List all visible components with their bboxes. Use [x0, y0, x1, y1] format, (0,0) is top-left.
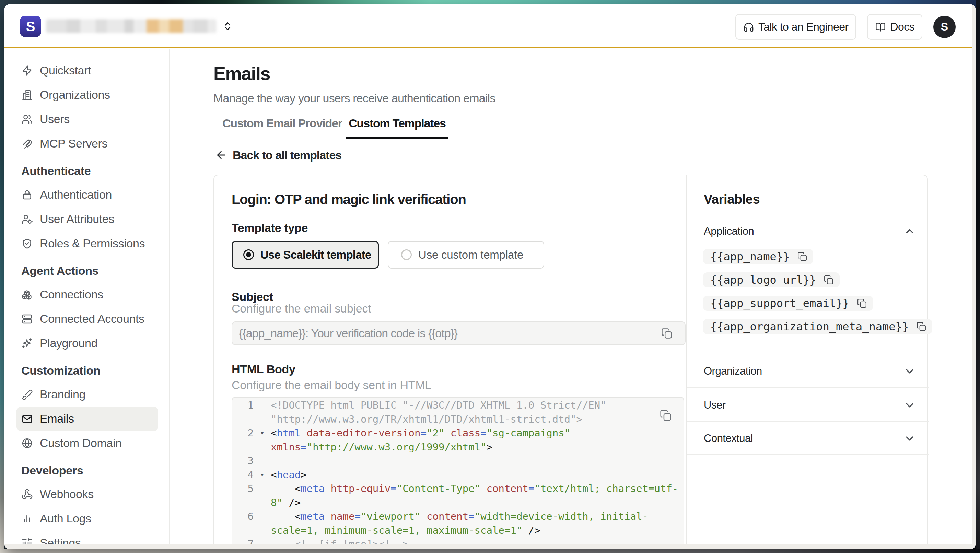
variable-chip-text: {{app_support_email}} — [710, 297, 849, 310]
copy-subject-icon[interactable] — [661, 327, 673, 339]
tab-custom-email-provider[interactable]: Custom Email Provider — [222, 116, 342, 130]
variables-section-application[interactable]: Application — [704, 224, 916, 239]
sidebar-item-branding[interactable]: Branding — [5, 382, 169, 407]
copy-icon[interactable] — [916, 321, 926, 332]
desktop-backdrop-right — [975, 0, 980, 553]
window-scrollbar-gutter[interactable] — [972, 5, 975, 549]
sidebar-section-label: Authenticate — [21, 164, 91, 178]
panel-divider — [687, 387, 929, 388]
user-avatar[interactable]: S — [933, 16, 956, 38]
workspace-name-redacted[interactable] — [46, 19, 216, 33]
copy-icon[interactable] — [797, 251, 807, 262]
fold-toggle-icon[interactable]: ▾ — [254, 468, 271, 482]
sidebar-item-connections[interactable]: Connections — [5, 282, 169, 307]
sidebar-item-authentication[interactable]: Authentication — [5, 183, 169, 207]
code-text: <html data-editor-version="2" class="sg-… — [271, 426, 570, 440]
variable-chip-app_name[interactable]: {{app_name}} — [703, 249, 813, 264]
sidebar-item-emails[interactable]: Emails — [5, 407, 169, 431]
code-line-6[interactable]: 6 <meta name="viewport" content="width=d… — [232, 509, 684, 523]
sidebar-item-webhooks[interactable]: Webhooks — [5, 482, 169, 506]
variables-section-organization[interactable]: Organization — [704, 364, 916, 379]
fold-toggle-icon[interactable]: ▾ — [254, 426, 271, 440]
mail-icon — [21, 413, 33, 425]
sidebar-item-label: MCP Servers — [40, 137, 107, 150]
sparkles-icon — [21, 338, 33, 349]
redaction-block — [183, 19, 193, 33]
redaction-block — [193, 19, 208, 33]
sidebar-item-auth-logs[interactable]: Auth Logs — [5, 506, 169, 531]
page-subtitle: Manage the way your users receive authen… — [213, 92, 495, 105]
talk-to-engineer-label: Talk to an Engineer — [758, 21, 849, 33]
variables-section-contextual[interactable]: Contextual — [704, 431, 916, 446]
copy-icon[interactable] — [857, 298, 867, 308]
code-line-2[interactable]: 2▾<html data-editor-version="2" class="s… — [232, 426, 684, 440]
redaction-block — [67, 19, 80, 33]
html-body-help: Configure the email body sent in HTML — [232, 378, 431, 392]
sidebar-item-label: Users — [40, 113, 70, 126]
sidebar-item-connected-accounts[interactable]: Connected Accounts — [5, 307, 169, 331]
bar-chart-icon — [21, 513, 33, 524]
variables-title: Variables — [704, 192, 760, 207]
code-line-3[interactable]: 3 — [232, 454, 684, 468]
template-heading: Login: OTP and magic link verification — [232, 192, 466, 207]
code-line-2-wrap[interactable]: xmlns="http://www.w3.org/1999/xhtml"> — [232, 440, 684, 454]
workspace-switcher-icon[interactable] — [222, 21, 233, 32]
code-line-5[interactable]: 5 <meta http-equiv="Content-Type" conten… — [232, 481, 684, 496]
code-line-6-wrap[interactable]: scale=1, minimum-scale=1, maximum-scale=… — [232, 523, 684, 537]
arrow-left-icon — [215, 149, 227, 161]
sidebar-item-organizations[interactable]: Organizations — [5, 83, 169, 107]
user-avatar-letter: S — [941, 21, 948, 33]
subject-value: {{app_name}}: Your verification code is … — [239, 327, 457, 340]
code-line-4[interactable]: 4▾<head> — [232, 468, 684, 482]
variable-chip-app_logo_url[interactable]: {{app_logo_url}} — [703, 272, 840, 288]
code-line-1-wrap[interactable]: "http://www.w3.org/TR/xhtml1/DTD/xhtml1-… — [232, 412, 684, 426]
redaction-block — [208, 19, 216, 33]
redaction-block — [124, 19, 134, 33]
fold-gutter — [254, 454, 271, 468]
sidebar-item-mcp-servers[interactable]: MCP Servers — [5, 131, 169, 156]
redaction-block — [146, 19, 159, 33]
variables-section-label: Application — [704, 225, 754, 237]
brush-icon — [21, 389, 33, 400]
sidebar-section-customization: Customization — [5, 359, 169, 382]
sidebar-section-label: Agent Actions — [21, 264, 99, 278]
radio-unselected-icon[interactable] — [401, 249, 412, 260]
tab-custom-templates[interactable]: Custom Templates — [346, 116, 449, 130]
code-text: xmlns="http://www.w3.org/1999/xhtml"> — [271, 440, 492, 454]
code-line-5-wrap[interactable]: 8" /> — [232, 496, 684, 510]
sidebar-item-roles-permissions[interactable]: Roles & Permissions — [5, 231, 169, 256]
back-to-templates-link[interactable]: Back to all templates — [215, 143, 341, 167]
application-variable-chips: {{app_name}}{{app_logo_url}}{{app_suppor… — [703, 249, 932, 334]
option-use-scalekit-template[interactable]: Use Scalekit template — [232, 241, 379, 269]
sidebar-item-users[interactable]: Users — [5, 107, 169, 131]
subject-input[interactable]: {{app_name}}: Your verification code is … — [232, 321, 686, 345]
copy-html-body-icon[interactable] — [660, 409, 672, 422]
variable-chip-app_organization_meta_name[interactable]: {{app_organization_meta_name}} — [703, 319, 932, 334]
docs-button[interactable]: Docs — [867, 14, 922, 40]
sidebar-item-label: Quickstart — [40, 64, 91, 77]
copy-icon[interactable] — [824, 275, 834, 285]
sidebar-item-playground[interactable]: Playground — [5, 331, 169, 355]
redaction-block — [80, 19, 96, 33]
workspace-logo-letter: S — [26, 19, 35, 34]
code-text: "http://www.w3.org/TR/xhtml1/DTD/xhtml1-… — [271, 412, 582, 426]
line-number: 6 — [232, 509, 254, 523]
fold-gutter — [254, 496, 271, 510]
redaction-block — [169, 19, 183, 33]
option-use-custom-template[interactable]: Use custom template — [388, 241, 544, 269]
sidebar-item-label: Roles & Permissions — [40, 237, 145, 250]
variable-chip-app_support_email[interactable]: {{app_support_email}} — [703, 296, 873, 311]
sidebar-item-user-attributes[interactable]: User Attributes — [5, 207, 169, 231]
html-body-editor[interactable]: 1<!DOCTYPE html PUBLIC "-//W3C//DTD XHTM… — [232, 397, 684, 549]
code-line-1[interactable]: 1<!DOCTYPE html PUBLIC "-//W3C//DTD XHTM… — [232, 398, 684, 412]
talk-to-engineer-button[interactable]: Talk to an Engineer — [735, 14, 856, 40]
webhook-icon — [21, 488, 33, 500]
radio-selected-icon[interactable] — [243, 249, 254, 260]
variables-section-user[interactable]: User — [704, 397, 916, 413]
globe-icon — [21, 437, 33, 449]
line-number: 2 — [232, 426, 254, 440]
sidebar-item-custom-domain[interactable]: Custom Domain — [5, 431, 169, 455]
panel-divider — [687, 454, 929, 455]
fold-gutter — [254, 481, 271, 496]
sidebar-item-quickstart[interactable]: Quickstart — [5, 58, 169, 83]
